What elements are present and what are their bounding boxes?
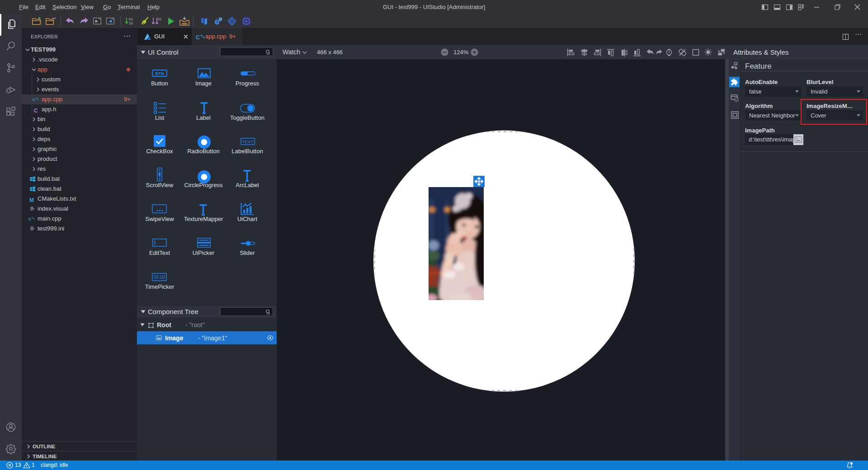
svg-text:01: 01 [129,17,133,21]
svg-text:00:00: 00:00 [154,275,165,280]
svg-text:BTN: BTN [155,71,164,76]
svg-text:TEXT: TEXT [242,139,253,144]
svg-text:C: C [28,217,32,221]
svg-text:10: 10 [129,21,133,25]
svg-text:C: C [196,34,200,40]
svg-text:01: 01 [158,17,161,21]
svg-text:C: C [33,98,36,102]
